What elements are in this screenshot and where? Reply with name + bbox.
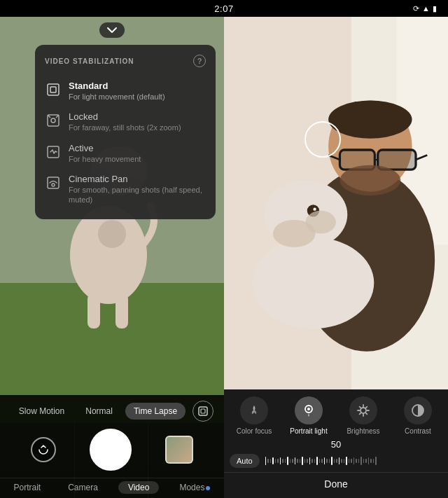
contrast-icon	[410, 403, 426, 418]
cinematic-name: Cinematic Pan	[69, 174, 206, 184]
done-button[interactable]: Done	[224, 472, 448, 495]
svg-point-17	[52, 184, 55, 186]
flip-camera-button[interactable]	[31, 437, 56, 462]
video-nav-tab[interactable]: Video	[118, 481, 159, 494]
active-desc: For heavy movement	[69, 154, 206, 164]
svg-point-37	[306, 211, 336, 234]
color-focus-icon	[246, 403, 262, 418]
chevron-down-icon	[107, 27, 117, 33]
edit-bottom: Color focus Portrait light	[224, 389, 448, 498]
stabilization-active[interactable]: Active For heavy movement	[45, 138, 206, 169]
portrait-light-label: Portrait light	[290, 427, 327, 435]
last-photo-preview[interactable]	[165, 436, 193, 464]
locked-name: Locked	[69, 111, 206, 122]
stabilization-popup: VIDEO STABILIZATION ? Standard For light…	[35, 45, 216, 219]
status-bar: 2:07 ⟳ ▲ ▮	[0, 0, 448, 17]
contrast-label: Contrast	[405, 427, 431, 435]
standard-name: Standard	[69, 81, 206, 91]
svg-rect-19	[201, 409, 205, 413]
popup-title: VIDEO STABILIZATION	[45, 57, 134, 65]
svg-line-45	[360, 407, 361, 408]
color-focus-icon-wrap	[240, 396, 268, 424]
slowmotion-tab[interactable]: Slow Motion	[10, 403, 73, 420]
main-area: VIDEO STABILIZATION ? Standard For light…	[0, 17, 448, 498]
status-icons: ⟳ ▲ ▮	[381, 4, 437, 13]
portrait-scene	[224, 17, 448, 389]
standard-text: Standard For light movement (default)	[69, 81, 206, 102]
svg-rect-10	[50, 87, 56, 92]
stabilization-icon	[197, 406, 209, 417]
help-button[interactable]: ?	[193, 55, 206, 67]
svg-rect-7	[88, 293, 100, 328]
stabilization-toggle-btn[interactable]	[192, 401, 214, 422]
active-name: Active	[69, 143, 206, 153]
slider-section: 50 Auto	[224, 439, 448, 472]
svg-rect-9	[48, 84, 59, 95]
portrait-light-icon	[301, 403, 316, 418]
color-focus-label: Color focus	[237, 427, 272, 435]
brightness-icon	[356, 403, 371, 418]
wifi-icon: ▲	[422, 4, 430, 13]
stabilization-cinematic[interactable]: Cinematic Pan For smooth, panning shots …	[45, 169, 206, 210]
cinematic-text: Cinematic Pan For smooth, panning shots …	[69, 174, 206, 205]
cinematic-desc: For smooth, panning shots (half speed, m…	[69, 185, 206, 205]
dropdown-button[interactable]	[99, 22, 125, 38]
record-inner	[92, 431, 129, 468]
stabilization-standard[interactable]: Standard For light movement (default)	[45, 76, 206, 106]
nav-tabs-left: Portrait Camera Video Modes	[0, 478, 224, 498]
modes-dot	[206, 486, 210, 490]
edit-tools: Color focus Portrait light	[224, 389, 448, 439]
color-focus-tool[interactable]: Color focus	[233, 396, 275, 435]
modes-nav-tab[interactable]: Modes	[172, 481, 217, 494]
mode-tabs: Slow Motion Normal Time Lapse	[0, 395, 224, 424]
active-stab-icon	[45, 144, 62, 160]
slider-row: Auto	[230, 454, 442, 468]
slider-track[interactable]	[265, 455, 442, 467]
slider-ticks	[265, 457, 442, 465]
bottom-controls-left: Slow Motion Normal Time Lapse	[0, 395, 224, 498]
locked-desc: For faraway, still shots (2x zoom)	[69, 123, 206, 132]
svg-rect-18	[199, 407, 207, 415]
camera-nav-tab[interactable]: Camera	[61, 481, 105, 494]
portrait-photo	[224, 17, 448, 389]
timelapse-tab[interactable]: Time Lapse	[125, 403, 186, 420]
rotation-icon: ⟳	[413, 4, 419, 13]
contrast-tool[interactable]: Contrast	[397, 396, 439, 435]
svg-line-46	[366, 413, 368, 415]
normal-tab[interactable]: Normal	[77, 403, 121, 420]
status-time: 2:07	[214, 4, 233, 14]
svg-point-39	[307, 408, 310, 410]
brightness-label: Brightness	[346, 427, 379, 435]
left-panel: VIDEO STABILIZATION ? Standard For light…	[0, 17, 224, 498]
record-button[interactable]	[90, 429, 132, 471]
contrast-icon-wrap	[404, 396, 432, 424]
standard-icon	[45, 81, 62, 98]
locked-icon	[45, 112, 62, 129]
standard-desc: For light movement (default)	[69, 92, 206, 102]
slider-value: 50	[230, 439, 442, 450]
flip-icon	[37, 443, 50, 456]
focus-circle[interactable]	[304, 121, 341, 158]
brightness-tool[interactable]: Brightness	[342, 396, 384, 435]
svg-point-24	[253, 237, 374, 328]
svg-point-35	[340, 165, 400, 195]
svg-point-6	[98, 220, 126, 248]
active-text: Active For heavy movement	[69, 143, 206, 164]
locked-text: Locked For faraway, still shots (2x zoom…	[69, 111, 206, 132]
svg-point-40	[360, 408, 366, 413]
svg-point-36	[328, 100, 412, 138]
svg-rect-8	[115, 293, 128, 328]
portrait-nav-tab[interactable]: Portrait	[7, 481, 48, 494]
svg-point-29	[313, 208, 316, 211]
portrait-light-tool[interactable]: Portrait light	[288, 396, 330, 435]
portrait-light-icon-wrap	[295, 396, 323, 424]
auto-button[interactable]: Auto	[230, 454, 260, 468]
camera-controls	[0, 424, 224, 478]
svg-line-47	[366, 407, 368, 408]
cinematic-icon	[45, 174, 62, 191]
battery-icon: ▮	[433, 4, 437, 13]
right-panel: Color focus Portrait light	[224, 17, 448, 498]
svg-line-48	[360, 413, 361, 415]
popup-header: VIDEO STABILIZATION ?	[45, 55, 206, 67]
stabilization-locked[interactable]: Locked For faraway, still shots (2x zoom…	[45, 106, 206, 137]
